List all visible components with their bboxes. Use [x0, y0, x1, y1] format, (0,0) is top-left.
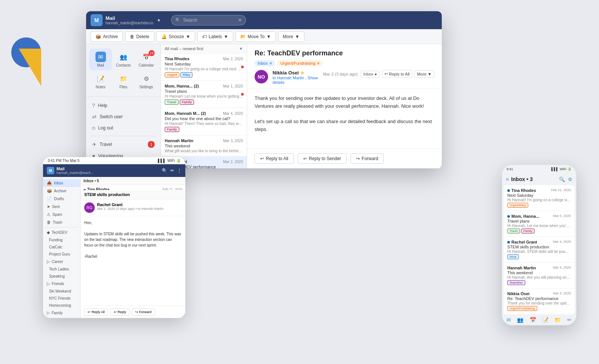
email-meta-row: NO Nikkia Osei ★ to Hannah Martin , Show… [255, 70, 434, 85]
inbox-tag-close[interactable]: ✕ [269, 61, 272, 65]
email-item-2[interactable]: Mom, Hanna... (2) Mar 1, 2020 Travel pla… [161, 81, 247, 108]
rphone-date-2: Mar 5, 2020 [553, 214, 571, 218]
phone-sidebar-friends[interactable]: ▷ Friends [43, 280, 80, 288]
rphone-nav-calendar[interactable]: 📅 [530, 317, 536, 323]
rphone-menu-icon[interactable]: ≡ [506, 176, 509, 182]
phone-sidebar-project-guru[interactable]: Project Guru [43, 251, 80, 258]
inbox-label-badge: Inbox ● [361, 71, 380, 77]
phone-sidebar-sent[interactable]: ➤ Sent [43, 203, 80, 211]
tag-pill-inbox[interactable]: Inbox ✕ [255, 60, 275, 66]
phone-sidebar-teachdev[interactable]: ◆ TechDEV [43, 229, 80, 236]
phone-reply-button[interactable]: ↩ Reply [110, 308, 130, 316]
rphone-email-item-2[interactable]: Mom, Hanna... Mar 5, 2020 Travel plans H… [504, 211, 575, 237]
sender-avatar: NO [255, 70, 268, 83]
email-detail-header: Re: TeachDEV performance Inbox ✕ Urgent/… [247, 44, 442, 89]
phone-sidebar-ski-weekend[interactable]: Ski Weekend [43, 288, 80, 295]
phone-sidebar-tech-ladies[interactable]: Tech Ladies [43, 266, 80, 273]
reply-sender-button[interactable]: ↩ Reply to Sender [298, 153, 347, 164]
labels-button[interactable]: 🏷 Labels ▼ [197, 31, 233, 42]
rphone-email-item-3[interactable]: Rachel Grant Mar 4, 2020 STEM skills pro… [504, 237, 575, 263]
rphone-nav-edit-icon: ✏ [567, 317, 572, 323]
rphone-preview-1: Hi Hannah! I'm going on a college visit … [507, 198, 571, 202]
email-sender-3: Mom, Hannah M... (2) [165, 111, 206, 116]
phone-compose-icon[interactable]: ✏ [170, 168, 174, 173]
delete-button[interactable]: 🗑 Delete [125, 31, 154, 42]
email-subject-2: Travel plans [165, 89, 243, 94]
phone-sidebar-trash[interactable]: 🗑 Trash [43, 218, 80, 226]
unread-dot-1 [241, 66, 244, 68]
phone-app-subtitle: hannah_martin@teach... [57, 171, 159, 175]
star-icon[interactable]: ★ [300, 70, 304, 76]
rphone-status-bar: 9:41 ▌▌▌ WiFi 🔋 [502, 165, 576, 173]
rphone-preview-3: Hi Hannah, STEM skills will be pushed th… [507, 250, 571, 254]
email-item-1[interactable]: Tina Rhodes Mar 2, 2020 Next Saturday Hi… [161, 53, 247, 81]
archive-icon-phone: 📦 [47, 189, 52, 193]
search-input[interactable] [183, 18, 237, 23]
rphone-nav-edit[interactable]: ✏ [567, 317, 572, 323]
rphone-email-item-4[interactable]: Hannah Martin Mar 4, 2020 This weekend H… [504, 263, 575, 288]
rphone-nav-notes[interactable]: 📝 [542, 317, 548, 323]
email-body-text-2: Let's set up a call so that we can share… [255, 118, 434, 134]
rphone-email-item-1[interactable]: Tina Rhodes Feb 21, 2020 Next Saturday H… [504, 185, 575, 211]
more-button[interactable]: More ▼ [278, 31, 304, 42]
rphone-nav-files[interactable]: 📁 [554, 317, 561, 323]
email-item-3[interactable]: Mom, Hannah M... (2) Mar 4, 2020 Did you… [161, 108, 247, 135]
rphone-time: 9:41 [507, 167, 513, 171]
snooze-button[interactable]: 🔔 Snooze ▼ [156, 31, 195, 42]
phone-sidebar-moms-party[interactable]: Mom's Surprise Party [43, 317, 80, 318]
phone-sidebar-inbox[interactable]: 📥 Inbox [43, 179, 80, 187]
phone-sidebar-archive[interactable]: 📦 Archive [43, 187, 80, 195]
email-item-4[interactable]: Hannah Martin Mar 3, 2020 This weekend W… [161, 135, 247, 156]
phone-search-icon[interactable]: 🔍 [162, 168, 167, 173]
menu-item-switch-user[interactable]: ⇄ Switch user [86, 111, 161, 122]
sidebar-item-contacts[interactable]: 👥 Contacts [112, 49, 135, 70]
phone-sidebar-nyc-friends[interactable]: NYC Friends [43, 295, 80, 302]
email-to-recipient[interactable]: Hannah Martin [277, 76, 304, 80]
sidebar-item-settings[interactable]: ⚙ Settings [135, 70, 158, 92]
sidebar-nav: ✉ Mail 👥 Contacts 📅 Calendar 19 📝 Notes [86, 44, 161, 97]
phone-sidebar-spam[interactable]: ⚠ Spam [43, 211, 80, 218]
rphone-email-item-5[interactable]: Nikkia Osei Mar 3, 2020 Re: TeachDEV per… [504, 288, 575, 314]
phone-more-icon[interactable]: ⋮ [177, 168, 182, 173]
menu-item-logout[interactable]: ⎋ Log out [86, 122, 161, 134]
phone-sidebar-catcalc[interactable]: CatCalc [43, 244, 80, 251]
reply-all-inline-button[interactable]: ↩ Reply to All [382, 70, 412, 78]
rphone-search-icon[interactable]: 🔍 [559, 177, 565, 182]
rphone-settings-icon[interactable]: ⚙ [568, 177, 572, 182]
move-to-button[interactable]: 📂 Move To ▼ [235, 31, 276, 42]
urgent-tag-close[interactable]: ✕ [317, 61, 320, 65]
sidebar-label-files: Files [119, 85, 127, 89]
tag-pill-urgent[interactable]: Urgent/Fundraising ✕ [277, 60, 323, 66]
search-clear-icon[interactable]: ✕ [238, 18, 242, 23]
filter-dropdown-btn[interactable]: ▼ [239, 46, 243, 51]
sidebar-item-calendar[interactable]: 📅 Calendar 19 [135, 49, 158, 70]
phone-sidebar-funding[interactable]: Funding [43, 236, 80, 244]
rphone-nav-mail[interactable]: ✉ [507, 317, 511, 323]
career-icon: ▷ [47, 259, 50, 264]
email-date-3: Mar 4, 2020 [223, 111, 243, 116]
phone-sidebar-speaking[interactable]: Speaking [43, 273, 80, 280]
phone-sidebar-homecoming[interactable]: Homecoming [43, 302, 80, 309]
menu-item-help[interactable]: ? Help [86, 100, 161, 111]
phone-reply-all-button[interactable]: ↩ Reply All [84, 308, 108, 316]
email-to: to Hannah Martin , Show details [273, 76, 319, 85]
sidebar-item-notes[interactable]: 📝 Notes [89, 70, 112, 92]
archive-button[interactable]: 📦 Archive [91, 31, 123, 42]
rphone-sender-3: Rachel Grant [511, 240, 537, 244]
user-dropdown-arrow[interactable]: ▼ [157, 18, 161, 22]
search-bar[interactable]: 🔍 ✕ [171, 15, 246, 25]
forward-button[interactable]: ↪ Forward [350, 153, 384, 164]
phone-detail-body-text: Hon, [84, 220, 182, 226]
reply-all-button[interactable]: ↩ Reply to All [255, 153, 294, 164]
phone-status-bar-left: 3:41 PM Thu Mar 5 ▌▌▌ WiFi 🔋 [43, 157, 185, 164]
phone-forward-button[interactable]: ↪ Forward [132, 308, 155, 316]
menu-item-travel[interactable]: ✈ Travel 1 [86, 138, 161, 150]
rphone-nav-contacts[interactable]: 👥 [517, 317, 523, 323]
sidebar-item-mail[interactable]: ✉ Mail [89, 49, 112, 70]
rphone-preview-5: Thank you for sending over the updates t… [507, 301, 571, 305]
sidebar-item-files[interactable]: 📁 Files [112, 70, 135, 92]
phone-sidebar-family[interactable]: ▷ Family [43, 309, 80, 317]
phone-sidebar-drafts[interactable]: 📄 Drafts [43, 195, 80, 203]
more-inline-button[interactable]: More ▼ [414, 70, 434, 78]
phone-sidebar-career[interactable]: ▷ Career [43, 258, 80, 266]
